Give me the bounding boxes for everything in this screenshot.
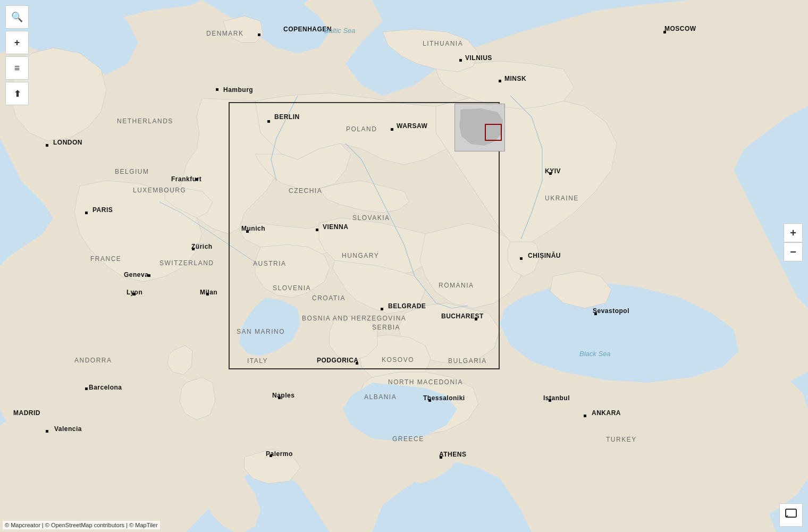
attribution: © Mapcreator | © OpenStreetMap contribut…	[3, 521, 160, 529]
attribution-text: © Mapcreator | © OpenStreetMap contribut…	[5, 522, 158, 528]
menu-icon: ≡	[14, 63, 20, 74]
map-container[interactable]: COPENHAGENDENMARKHamburgBERLINNETHERLAND…	[0, 0, 808, 532]
zoom-in-icon: +	[790, 227, 796, 239]
export-button[interactable]: ⬆	[5, 82, 29, 105]
chat-button[interactable]	[779, 503, 803, 527]
zoom-in-button[interactable]: +	[784, 223, 803, 242]
search-button[interactable]: 🔍	[5, 5, 29, 29]
minimap	[454, 104, 505, 151]
plus-icon: +	[14, 37, 20, 48]
search-icon: 🔍	[11, 11, 23, 23]
toolbar-left: 🔍 + ≡ ⬆	[5, 5, 29, 105]
zoom-out-button[interactable]: −	[784, 242, 803, 261]
toolbar-right: + −	[784, 223, 803, 261]
zoom-in-button-left[interactable]: +	[5, 31, 29, 54]
chat-icon	[785, 508, 797, 523]
export-icon: ⬆	[14, 89, 21, 99]
zoom-out-icon: −	[790, 246, 796, 258]
map-svg	[0, 0, 808, 532]
menu-button[interactable]: ≡	[5, 56, 29, 80]
